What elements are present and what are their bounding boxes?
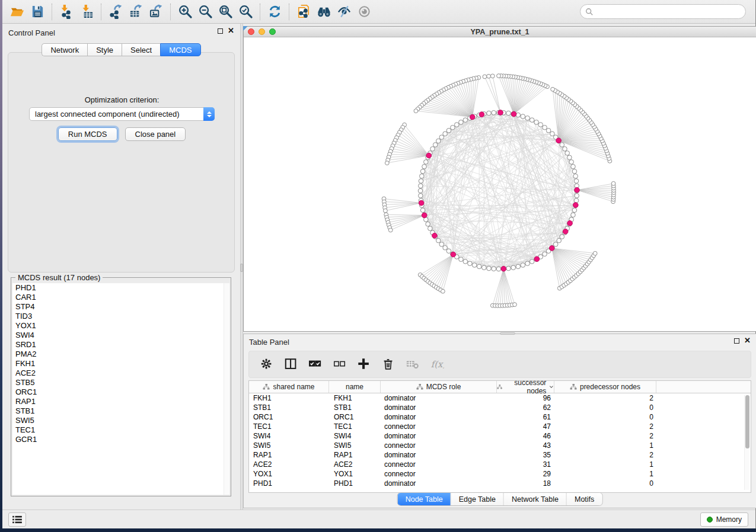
table-row[interactable]: RAP1RAP1dominator352 — [249, 450, 751, 460]
mcds-result-item[interactable]: SWI4 — [12, 331, 229, 340]
table-cell: ORC1 — [249, 413, 329, 421]
tab-network-table[interactable]: Network Table — [504, 493, 567, 505]
mcds-hub-node — [419, 200, 424, 206]
table-cell: 0 — [554, 413, 656, 421]
criterion-select[interactable]: largest connected component (undirected) — [29, 107, 215, 121]
tab-network[interactable]: Network — [42, 43, 87, 56]
table-scrollbar[interactable] — [744, 395, 749, 490]
tab-motifs[interactable]: Motifs — [567, 493, 602, 505]
close-panel-button[interactable]: Close panel — [125, 127, 186, 141]
hide-graphics-details-button[interactable] — [334, 2, 354, 21]
criterion-selected-value: largest connected component (undirected) — [30, 110, 203, 118]
column-header-shared-name[interactable]: shared name — [249, 381, 329, 393]
mcds-result-item[interactable]: FKH1 — [12, 359, 229, 368]
column-header-successor-nodes[interactable]: successor nodes — [497, 381, 554, 393]
table-cell: RAP1 — [249, 451, 329, 459]
table-scrollbar-thumb[interactable] — [745, 395, 749, 448]
mcds-result-item[interactable]: STP4 — [12, 302, 229, 312]
table-cell: dominator — [381, 432, 497, 440]
table-row[interactable]: PHD1PHD1dominator180 — [249, 479, 751, 488]
splitter-collapse-icon[interactable] — [243, 26, 248, 31]
deselect-all-icon[interactable] — [331, 356, 348, 373]
tab-style[interactable]: Style — [87, 43, 122, 56]
mcds-hub-node — [479, 112, 484, 117]
select-stepper-icon[interactable] — [203, 107, 215, 121]
search-field[interactable] — [580, 4, 746, 19]
tab-node-table[interactable]: Node Table — [398, 493, 451, 505]
close-table-panel-icon[interactable]: ✕ — [744, 338, 751, 344]
column-header-MCDS-role[interactable]: MCDS role — [381, 381, 497, 393]
mcds-result-item[interactable]: SWI5 — [12, 416, 229, 425]
zoom-fit-button[interactable] — [215, 2, 235, 21]
zoom-in-button[interactable] — [175, 2, 195, 21]
mcds-result-item[interactable]: CAR1 — [12, 293, 229, 302]
table-row[interactable]: STB1STB1dominator620 — [249, 403, 751, 412]
apply-layout-button[interactable] — [264, 2, 285, 21]
mcds-result-item[interactable]: STB5 — [12, 378, 229, 387]
run-mcds-button[interactable]: Run MCDS — [58, 127, 117, 141]
column-header-predecessor-nodes[interactable]: predecessor nodes — [554, 381, 656, 393]
table-row[interactable]: ORC1ORC1dominator610 — [249, 412, 751, 422]
table-toolbar: f(x) — [248, 351, 751, 378]
create-column-icon[interactable] — [356, 356, 372, 373]
table-cell: 2 — [554, 451, 656, 459]
mcds-hub-node — [470, 114, 475, 120]
mcds-result-item[interactable]: TID3 — [12, 312, 229, 321]
zoom-selected-button[interactable] — [235, 2, 256, 21]
network-graph-canvas[interactable] — [244, 37, 756, 331]
mcds-result-item[interactable]: PHD1 — [12, 283, 229, 293]
zoom-out-button[interactable] — [195, 2, 215, 21]
table-settings-icon[interactable] — [259, 356, 275, 373]
table-panel-title: Table Panel — [249, 338, 289, 347]
float-panel-icon[interactable] — [218, 28, 223, 34]
svg-text:f(x): f(x) — [431, 359, 444, 369]
mcds-result-item[interactable]: RAP1 — [12, 397, 229, 406]
mcds-result-list[interactable]: PHD1CAR1STP4TID3YOX1SWI4SRD1PMA2FKH1ACE2… — [12, 283, 229, 495]
export-network-button[interactable] — [106, 2, 126, 21]
float-table-panel-icon[interactable] — [734, 338, 739, 344]
mcds-list-scrollbar[interactable] — [224, 283, 229, 495]
mcds-result-item[interactable]: ORC1 — [12, 387, 229, 397]
mcds-result-item[interactable]: GCR1 — [12, 435, 229, 444]
duplicate-network-button[interactable] — [294, 2, 314, 21]
show-graphics-details-button[interactable] — [354, 2, 374, 21]
tab-edge-table[interactable]: Edge Table — [451, 493, 504, 505]
memory-button[interactable]: Memory — [700, 512, 748, 527]
table-tabs: Node TableEdge TableNetwork TableMotifs — [397, 492, 603, 506]
delete-columns-icon[interactable] — [380, 356, 397, 373]
table-cell: 2 — [554, 394, 656, 402]
table-row[interactable]: SWI5SWI5connector431 — [249, 441, 751, 450]
table-row[interactable]: YOX1YOX1connector291 — [249, 469, 751, 479]
tab-select[interactable]: Select — [122, 43, 160, 56]
save-session-button[interactable] — [27, 2, 47, 21]
application-window: Control Panel ✕ Optimization criterion: … — [2, 0, 756, 528]
import-network-button[interactable] — [56, 2, 76, 21]
table-row[interactable]: FKH1FKH1dominator962 — [249, 393, 751, 403]
search-network-button[interactable] — [314, 2, 334, 21]
table-row[interactable]: SWI4SWI4dominator462 — [249, 431, 751, 441]
show-columns-icon[interactable] — [283, 356, 299, 373]
tab-mcds[interactable]: MCDS — [160, 43, 200, 56]
mcds-result-item[interactable]: SRD1 — [12, 340, 229, 350]
open-file-button[interactable] — [7, 2, 27, 21]
import-table-button[interactable] — [76, 2, 97, 21]
mcds-result-item[interactable]: YOX1 — [12, 321, 229, 331]
table-cell: PHD1 — [249, 479, 329, 488]
mcds-result-item[interactable]: ACE2 — [12, 368, 229, 378]
mcds-result-item[interactable]: TEC1 — [12, 425, 229, 435]
close-panel-icon[interactable]: ✕ — [228, 28, 234, 34]
table-row[interactable]: TEC1TEC1connector472 — [249, 422, 751, 431]
search-input[interactable] — [596, 8, 741, 16]
task-history-button[interactable] — [8, 512, 26, 527]
horizontal-splitter-grip[interactable] — [500, 332, 515, 335]
mcds-hub-node — [573, 203, 579, 208]
table-row[interactable]: ACE2ACE2connector311 — [249, 460, 751, 469]
mcds-result-item[interactable]: STB1 — [12, 406, 229, 416]
network-window-titlebar[interactable]: YPA_prune.txt_1 — [244, 27, 756, 37]
mcds-result-item[interactable]: PMA2 — [12, 350, 229, 359]
column-header-name[interactable]: name — [329, 381, 381, 393]
export-image-button[interactable] — [146, 2, 166, 21]
table-cell: dominator — [381, 413, 497, 421]
select-all-icon[interactable] — [307, 356, 324, 373]
export-table-button[interactable] — [126, 2, 146, 21]
